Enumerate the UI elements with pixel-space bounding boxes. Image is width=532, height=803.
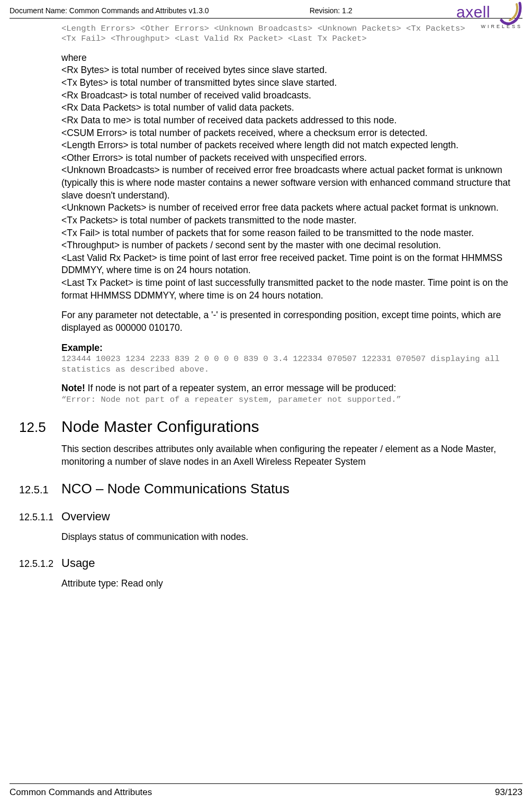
section-12-5-body: This section describes attributes only a… [61, 443, 516, 468]
example-label: Example: [61, 342, 516, 355]
section-12-5-1-2: 12.5.1.2 Usage [10, 556, 522, 570]
note-code: “Error: Node not part of a repeater syst… [61, 395, 516, 405]
page-container: Document Name: Common Commands and Attri… [0, 0, 532, 803]
note-line: Note! If node is not part of a repeater … [61, 382, 516, 395]
def-rx-bytes: <Rx Bytes> is total number of received b… [61, 64, 516, 77]
not-detectable-note: For any parameter not detectable, a '-' … [61, 309, 516, 334]
def-last-tx: <Last Tx Packet> is time point of last s… [61, 277, 516, 302]
def-csum-errors: <CSUM Errors> is total number of packets… [61, 127, 516, 140]
def-tx-fail: <Tx Fail> is total number of packets tha… [61, 227, 516, 240]
content-area: <Length Errors> <Other Errors> <Unknown … [61, 24, 516, 405]
def-tx-bytes: <Tx Bytes> is total number of transmitte… [61, 77, 516, 89]
where-label: where [61, 52, 516, 65]
footer-page-number: 93/123 [495, 787, 522, 798]
section-12-5-1-2-body: Attribute type: Read only [61, 578, 516, 590]
revision-label: Revision: 1.2 [310, 6, 353, 15]
code-placeholders-line1: <Length Errors> <Other Errors> <Unknown … [61, 24, 516, 34]
section-12-5-1: 12.5.1 NCO – Node Communications Status [10, 481, 522, 497]
logo-text: axell [456, 3, 490, 21]
section-title: Node Master Configurations [61, 418, 259, 436]
section-12-5-1-1: 12.5.1.1 Overview [10, 510, 522, 524]
note-text: If node is not part of a repeater system… [85, 383, 396, 393]
logo-subtext: WIRELESS [456, 24, 522, 29]
section-title: NCO – Node Communications Status [61, 481, 290, 497]
def-rx-data-to-me: <Rx Data to me> is total number of recei… [61, 114, 516, 127]
def-last-valid-rx: <Last Valid Rx Packet> is time point of … [61, 252, 516, 277]
section-12-5: 12.5 Node Master Configurations [10, 418, 522, 436]
logo: axell WIRELESS [456, 1, 522, 29]
def-other-errors: <Other Errors> is total number of packet… [61, 152, 516, 165]
def-throughput: <Throughput> is number of packets / seco… [61, 239, 516, 252]
section-12-5-1-1-body: Displays status of communication with no… [61, 531, 516, 544]
example-code: 123444 10023 1234 2233 839 2 0 0 0 0 839… [61, 354, 516, 375]
section-title: Overview [61, 510, 110, 524]
def-rx-data-packets: <Rx Data Packets> is total number of val… [61, 102, 516, 114]
logo-swirl-icon [498, 1, 522, 25]
svg-point-0 [501, 20, 502, 21]
section-number: 12.5.1.1 [10, 512, 61, 523]
section-number: 12.5.1.2 [10, 558, 61, 570]
header-row: Document Name: Common Commands and Attri… [10, 6, 522, 17]
document-name: Document Name: Common Commands and Attri… [10, 6, 209, 15]
note-label: Note! [61, 383, 85, 393]
footer-row: Common Commands and Attributes 93/123 [10, 787, 522, 798]
section-title: Usage [61, 556, 95, 570]
footer-left: Common Commands and Attributes [10, 787, 152, 798]
def-unknown-packets: <Unknown Packets> is number of received … [61, 202, 516, 214]
footer: Common Commands and Attributes 93/123 [0, 783, 532, 798]
def-rx-broadcast: <Rx Broadcast> is total number of receiv… [61, 89, 516, 102]
def-tx-packets: <Tx Packets> is total number of packets … [61, 214, 516, 227]
footer-rule [10, 783, 522, 784]
section-number: 12.5 [10, 419, 61, 436]
code-placeholders-line2: <Tx Fail> <Throughput> <Last Valid Rx Pa… [61, 34, 516, 44]
def-length-errors: <Length Errors> is total number of packe… [61, 139, 516, 152]
header-rule [10, 18, 522, 19]
section-number: 12.5.1 [10, 484, 61, 496]
def-unknown-broadcasts: <Unknown Broadcasts> is number of receiv… [61, 164, 516, 202]
